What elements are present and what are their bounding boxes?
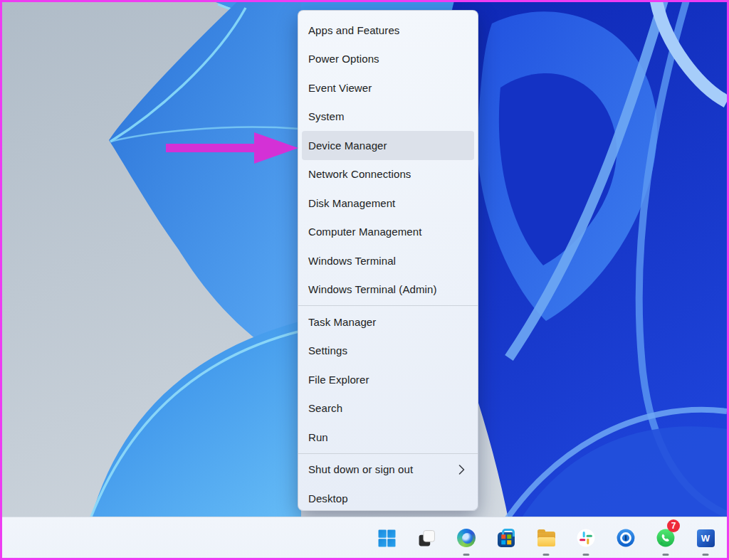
- annotation-arrow: [159, 127, 301, 169]
- arrow-shape: [166, 132, 298, 164]
- menu-item-desktop[interactable]: Desktop: [302, 484, 474, 511]
- menu-separator: [298, 305, 478, 306]
- menu-item-windows-terminal-admin[interactable]: Windows Terminal (Admin): [302, 275, 474, 305]
- taskbar: 7W: [2, 517, 727, 558]
- running-indicator: [583, 554, 589, 556]
- slack-button[interactable]: [572, 517, 600, 558]
- submenu-chevron-icon: [458, 464, 465, 475]
- menu-item-label: Windows Terminal (Admin): [308, 283, 437, 295]
- running-indicator: [543, 554, 550, 556]
- notification-badge: 7: [667, 519, 680, 532]
- file-explorer-button[interactable]: [532, 517, 560, 558]
- menu-item-label: File Explorer: [308, 374, 369, 386]
- quick-link-menu: Apps and FeaturesPower OptionsEvent View…: [298, 10, 478, 511]
- edge-icon: [457, 529, 476, 547]
- microsoft-store-button[interactable]: [492, 517, 520, 558]
- store-icon: [497, 529, 515, 547]
- menu-item-label: Desktop: [308, 492, 348, 504]
- menu-item-label: Computer Management: [308, 226, 421, 238]
- 1password-icon: [617, 529, 635, 547]
- menu-item-apps-and-features[interactable]: Apps and Features: [302, 16, 474, 45]
- menu-item-device-manager[interactable]: Device Manager: [302, 131, 474, 160]
- menu-item-shut-down-or-sign-out[interactable]: Shut down or sign out: [302, 455, 474, 485]
- menu-item-label: Windows Terminal: [308, 255, 396, 267]
- edge-browser-button[interactable]: [452, 517, 481, 558]
- menu-item-label: Apps and Features: [308, 24, 399, 36]
- menu-item-disk-management[interactable]: Disk Management: [302, 189, 474, 218]
- menu-item-label: Run: [308, 431, 328, 443]
- word-icon: W: [696, 529, 715, 547]
- start-button[interactable]: [372, 517, 401, 558]
- menu-item-windows-terminal[interactable]: Windows Terminal: [302, 246, 474, 275]
- menu-item-label: Search: [308, 402, 342, 414]
- screenshot-frame: Apps and FeaturesPower OptionsEvent View…: [0, 0, 729, 560]
- menu-item-system[interactable]: System: [302, 102, 474, 132]
- running-indicator: [663, 554, 669, 556]
- folder-icon: [537, 529, 555, 547]
- menu-item-label: Task Manager: [308, 316, 376, 328]
- menu-item-label: System: [308, 110, 345, 122]
- windows-logo-icon: [377, 529, 396, 547]
- menu-separator: [298, 453, 478, 454]
- menu-item-file-explorer[interactable]: File Explorer: [302, 365, 474, 394]
- menu-item-label: Network Connections: [308, 168, 411, 180]
- menu-item-run[interactable]: Run: [302, 423, 474, 452]
- menu-item-label: Settings: [308, 344, 347, 356]
- task-view-icon: [417, 529, 436, 547]
- menu-item-label: Shut down or sign out: [308, 463, 413, 475]
- desktop: Apps and FeaturesPower OptionsEvent View…: [2, 2, 727, 558]
- menu-item-label: Device Manager: [308, 139, 387, 152]
- menu-item-task-manager[interactable]: Task Manager: [302, 307, 474, 337]
- running-indicator: [703, 554, 709, 556]
- menu-item-label: Disk Management: [308, 197, 395, 209]
- menu-item-power-options[interactable]: Power Options: [302, 45, 474, 74]
- menu-item-settings[interactable]: Settings: [302, 337, 474, 366]
- menu-item-label: Event Viewer: [308, 82, 372, 94]
- whatsapp-button[interactable]: 7: [651, 517, 680, 558]
- menu-item-search[interactable]: Search: [302, 394, 474, 423]
- onepassword-button[interactable]: [612, 517, 640, 558]
- task-view-button[interactable]: [412, 517, 441, 558]
- word-button[interactable]: W: [691, 517, 720, 558]
- slack-icon: [577, 529, 595, 547]
- menu-item-network-connections[interactable]: Network Connections: [302, 160, 474, 189]
- menu-item-label: Power Options: [308, 53, 379, 65]
- running-indicator: [463, 554, 470, 556]
- menu-item-computer-management[interactable]: Computer Management: [302, 218, 474, 247]
- menu-item-event-viewer[interactable]: Event Viewer: [302, 73, 474, 102]
